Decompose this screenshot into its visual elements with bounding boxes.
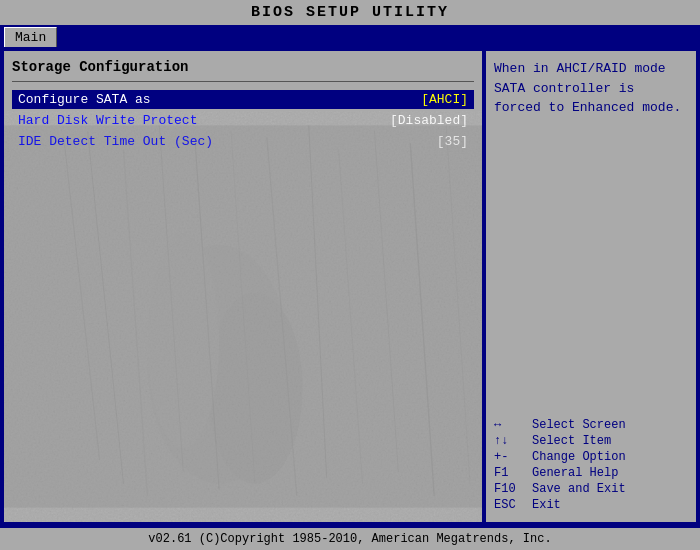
- title-bar: BIOS SETUP UTILITY: [0, 0, 700, 25]
- left-panel: Storage Configuration Configure SATA as …: [4, 51, 482, 522]
- svg-line-9: [339, 149, 363, 484]
- keybind-f1: F1 General Help: [494, 466, 688, 480]
- keybind-select-item: ↑↓ Select Item: [494, 434, 688, 448]
- keybind-desc-select-screen: Select Screen: [532, 418, 626, 432]
- keybind-key-f10: F10: [494, 482, 524, 496]
- tab-main[interactable]: Main: [4, 27, 57, 47]
- svg-rect-0: [4, 125, 482, 507]
- keybind-key-f1: F1: [494, 466, 524, 480]
- svg-point-13: [147, 245, 290, 484]
- config-value-write-protect: [Disabled]: [390, 113, 468, 128]
- bios-title: BIOS SETUP UTILITY: [251, 4, 449, 21]
- config-item-sata[interactable]: Configure SATA as [AHCI]: [12, 90, 474, 109]
- footer-text: v02.61 (C)Copyright 1985-2010, American …: [148, 532, 551, 546]
- config-label-write-protect: Hard Disk Write Protect: [18, 113, 197, 128]
- svg-line-3: [124, 149, 148, 496]
- keybind-key-arrows: ↔: [494, 418, 524, 432]
- svg-point-15: [147, 233, 219, 448]
- keybind-esc: ESC Exit: [494, 498, 688, 512]
- keybind-desc-save-exit: Save and Exit: [532, 482, 626, 496]
- keybinds: ↔ Select Screen ↑↓ Select Item +- Change…: [494, 418, 688, 514]
- noise-overlay: [4, 111, 482, 522]
- svg-line-6: [231, 131, 255, 484]
- main-content: Storage Configuration Configure SATA as …: [0, 47, 700, 526]
- config-item-write-protect[interactable]: Hard Disk Write Protect [Disabled]: [12, 111, 474, 130]
- svg-line-4: [159, 125, 183, 472]
- keybind-key-esc: ESC: [494, 498, 524, 512]
- svg-line-12: [446, 125, 470, 484]
- config-item-ide-timeout[interactable]: IDE Detect Time Out (Sec) [35]: [12, 132, 474, 151]
- keybind-key-plusminus: +-: [494, 450, 524, 464]
- keybind-f10: F10 Save and Exit: [494, 482, 688, 496]
- right-panel: When in AHCI/RAID mode SATA controller i…: [486, 51, 696, 522]
- svg-point-14: [207, 293, 303, 484]
- config-label-sata: Configure SATA as: [18, 92, 151, 107]
- keybind-desc-change-option: Change Option: [532, 450, 626, 464]
- config-label-ide-timeout: IDE Detect Time Out (Sec): [18, 134, 213, 149]
- svg-line-7: [267, 137, 297, 496]
- svg-line-5: [195, 143, 219, 490]
- keybind-desc-select-item: Select Item: [532, 434, 611, 448]
- help-text: When in AHCI/RAID mode SATA controller i…: [494, 59, 688, 410]
- svg-line-8: [309, 125, 327, 478]
- config-value-sata: [AHCI]: [421, 92, 468, 107]
- config-value-ide-timeout: [35]: [437, 134, 468, 149]
- svg-line-11: [410, 143, 434, 496]
- bios-screen: BIOS SETUP UTILITY Main Storage Configur…: [0, 0, 700, 550]
- keybind-change-option: +- Change Option: [494, 450, 688, 464]
- keybind-desc-general-help: General Help: [532, 466, 618, 480]
- svg-line-2: [88, 131, 124, 484]
- keybind-desc-exit: Exit: [532, 498, 561, 512]
- keybind-select-screen: ↔ Select Screen: [494, 418, 688, 432]
- divider: [12, 81, 474, 82]
- svg-line-10: [374, 131, 398, 472]
- svg-line-1: [64, 137, 100, 460]
- section-title: Storage Configuration: [12, 59, 474, 75]
- footer: v02.61 (C)Copyright 1985-2010, American …: [0, 526, 700, 550]
- tab-main-label: Main: [15, 30, 46, 45]
- tab-bar: Main: [0, 25, 700, 47]
- keybind-key-updown: ↑↓: [494, 434, 524, 448]
